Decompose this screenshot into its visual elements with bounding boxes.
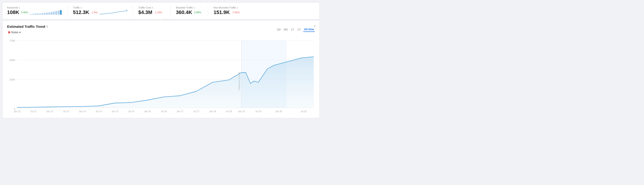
svg-text:Jul 14: Jul 14 xyxy=(96,110,102,113)
metric-traffic: Traffic ℹ 512.3K -1.8% xyxy=(73,5,133,17)
spark-bar xyxy=(58,10,60,15)
svg-text:Jan 14: Jan 14 xyxy=(79,110,86,113)
chart-title-text: Estimated Traffic Trend xyxy=(7,24,45,28)
keywords-info-icon[interactable]: ℹ xyxy=(19,6,20,9)
traffic-cost-info-icon[interactable]: ℹ xyxy=(152,6,153,9)
chart-info-icon[interactable]: ℹ xyxy=(46,25,48,28)
traffic-info-icon[interactable]: ℹ xyxy=(81,6,82,9)
traffic-cost-change: -1.33% xyxy=(154,11,162,14)
spark-bar xyxy=(44,13,46,15)
traffic-value: 512.3K xyxy=(73,10,89,16)
chart-panel: Estimated Traffic Trend ℹ Notes ▾ 1M 6M … xyxy=(2,21,320,118)
spark-bar xyxy=(48,12,50,15)
svg-text:Jan 20: Jan 20 xyxy=(275,110,282,113)
time-filters: 1M 6M 1Y 2Y All time xyxy=(276,27,315,32)
svg-text:Jan 18: Jan 18 xyxy=(209,110,216,113)
close-button[interactable]: × xyxy=(314,24,316,28)
svg-text:Jan 15: Jan 15 xyxy=(112,110,118,113)
notes-label: Notes xyxy=(11,31,18,34)
chart-title: Estimated Traffic Trend ℹ xyxy=(7,24,48,28)
keywords-sparkbars xyxy=(30,10,62,15)
spark-bar xyxy=(30,14,32,15)
keywords-value: 108K xyxy=(7,10,19,16)
svg-text:Jul 17: Jul 17 xyxy=(193,110,200,113)
branded-traffic-label: Branded Traffic xyxy=(176,6,193,9)
chart-header: Estimated Traffic Trend ℹ Notes ▾ 1M 6M … xyxy=(7,24,315,34)
svg-text:250K: 250K xyxy=(10,78,16,81)
metric-nonbranded-traffic: Non-Branded Traffic ℹ 151.9K -7.82% xyxy=(214,5,246,17)
time-btn-6m[interactable]: 6M xyxy=(283,28,289,32)
metric-keywords: Keywords ℹ 108K 3.46% xyxy=(7,5,68,17)
svg-text:Jul 12: Jul 12 xyxy=(30,110,36,113)
nonbranded-traffic-info-icon[interactable]: ℹ xyxy=(237,6,238,9)
keywords-label: Keywords xyxy=(7,6,18,9)
svg-text:750K: 750K xyxy=(10,39,16,42)
svg-text:Jul 20: Jul 20 xyxy=(301,110,307,113)
svg-point-0 xyxy=(126,10,127,11)
spark-bar xyxy=(32,14,34,15)
time-btn-alltime[interactable]: All time xyxy=(303,27,315,32)
branded-traffic-change: 0.98% xyxy=(194,11,201,14)
traffic-cost-value: $4.3M xyxy=(138,10,152,16)
traffic-label: Traffic xyxy=(73,6,80,9)
svg-text:Jan 17: Jan 17 xyxy=(177,110,184,113)
spark-bar xyxy=(51,12,52,15)
metrics-bar: Keywords ℹ 108K 3.46% xyxy=(2,2,320,19)
svg-text:Jul 13: Jul 13 xyxy=(63,110,69,113)
nonbranded-traffic-value: 151.9K xyxy=(214,10,230,16)
nonbranded-traffic-change: -7.82% xyxy=(232,11,240,14)
svg-text:Jan 16: Jan 16 xyxy=(144,110,151,113)
traffic-cost-label: Traffic Cost xyxy=(138,6,151,9)
metric-branded-traffic: Branded Traffic ℹ 360.4K 0.98% xyxy=(176,5,208,17)
notes-button[interactable]: Notes ▾ xyxy=(7,30,48,34)
svg-text:Jan 12: Jan 12 xyxy=(14,110,21,113)
chart-area: 750K 500K 250K 0 Database growth xyxy=(7,37,315,115)
spark-bar xyxy=(39,14,41,15)
keywords-change: 3.46% xyxy=(21,11,28,14)
branded-traffic-info-icon[interactable]: ℹ xyxy=(194,6,195,9)
svg-text:Jul 15: Jul 15 xyxy=(128,110,134,113)
traffic-trend-chart: 750K 500K 250K 0 Database growth xyxy=(7,37,315,115)
chart-controls: 1M 6M 1Y 2Y All time xyxy=(276,27,315,32)
spark-bar xyxy=(46,12,48,15)
time-btn-1m[interactable]: 1M xyxy=(276,28,282,32)
svg-text:Jul 18: Jul 18 xyxy=(226,110,232,113)
time-btn-2y[interactable]: 2Y xyxy=(296,28,302,32)
traffic-change: -1.8% xyxy=(91,11,98,14)
svg-text:500K: 500K xyxy=(10,59,16,62)
spark-bar xyxy=(55,11,57,15)
notes-dot-icon xyxy=(8,31,10,34)
traffic-sparkline xyxy=(100,10,127,15)
spark-bar-active xyxy=(60,10,62,15)
time-btn-1y[interactable]: 1Y xyxy=(290,28,295,32)
svg-text:Jan 13: Jan 13 xyxy=(46,110,53,113)
spark-bar xyxy=(53,12,55,15)
svg-text:Jul 16: Jul 16 xyxy=(161,110,167,113)
svg-text:Jan 19: Jan 19 xyxy=(238,110,245,113)
spark-bar xyxy=(35,14,36,15)
spark-bar xyxy=(42,13,44,15)
notes-chevron-icon: ▾ xyxy=(19,31,21,34)
svg-text:0: 0 xyxy=(14,108,15,110)
svg-text:Jul 19: Jul 19 xyxy=(255,110,262,113)
nonbranded-traffic-label: Non-Branded Traffic xyxy=(214,6,236,9)
branded-traffic-value: 360.4K xyxy=(176,10,192,16)
spark-bar xyxy=(37,13,39,15)
metric-traffic-cost: Traffic Cost ℹ $4.3M -1.33% xyxy=(138,5,170,17)
